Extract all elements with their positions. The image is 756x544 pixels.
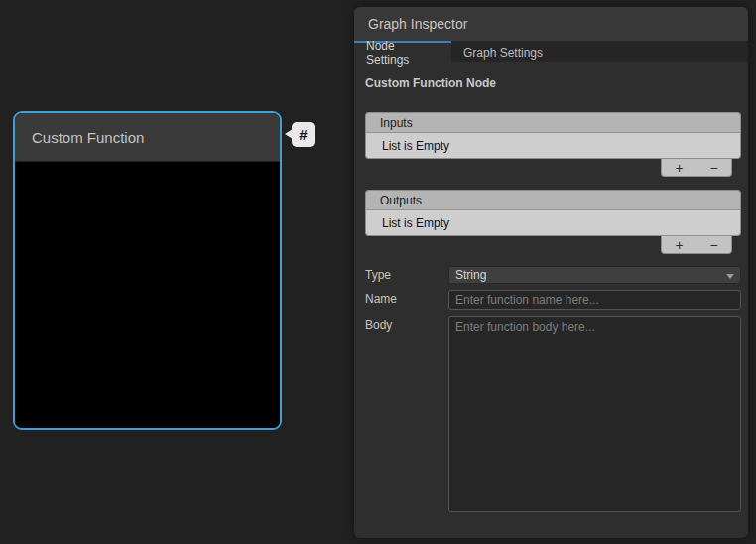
hash-badge-label: # bbox=[299, 126, 307, 143]
inputs-empty-row: List is Empty bbox=[366, 133, 740, 158]
graph-inspector-panel: Graph Inspector Node Settings Graph Sett… bbox=[354, 7, 748, 538]
outputs-list-box: Outputs List is Empty bbox=[365, 190, 741, 236]
inputs-empty-label: List is Empty bbox=[382, 139, 449, 153]
type-label: Type bbox=[365, 266, 448, 284]
custom-function-node[interactable]: Custom Function bbox=[13, 111, 282, 430]
outputs-list-footer: + − bbox=[661, 236, 732, 254]
inputs-remove-button[interactable]: − bbox=[696, 159, 731, 176]
outputs-list: Outputs List is Empty + − bbox=[365, 190, 741, 254]
inputs-list-footer: + − bbox=[661, 159, 732, 177]
inputs-add-button[interactable]: + bbox=[662, 159, 696, 176]
section-title: Custom Function Node bbox=[365, 76, 741, 90]
outputs-empty-label: List is Empty bbox=[382, 216, 449, 230]
tab-graph-settings-label: Graph Settings bbox=[463, 46, 543, 60]
body-label: Body bbox=[365, 316, 448, 512]
graph-canvas[interactable]: Custom Function # Graph Inspector Node S… bbox=[0, 0, 756, 544]
node-title-bar[interactable]: Custom Function bbox=[15, 113, 280, 162]
property-fields: Type String Name Body bbox=[365, 266, 741, 512]
outputs-empty-row: List is Empty bbox=[366, 210, 740, 235]
inspector-content: Custom Function Node Inputs List is Empt… bbox=[354, 62, 748, 512]
tab-node-settings-label: Node Settings bbox=[366, 39, 440, 67]
function-body-input[interactable] bbox=[448, 316, 741, 512]
inspector-title-bar[interactable]: Graph Inspector bbox=[354, 7, 748, 41]
inputs-header-label: Inputs bbox=[380, 116, 413, 130]
inputs-list: Inputs List is Empty + − bbox=[365, 112, 741, 177]
body-field-row: Body bbox=[365, 316, 741, 512]
tab-graph-settings[interactable]: Graph Settings bbox=[451, 41, 555, 62]
outputs-header-label: Outputs bbox=[380, 194, 422, 207]
type-dropdown-value: String bbox=[455, 268, 486, 282]
type-field-row: Type String bbox=[365, 266, 741, 284]
tab-node-settings[interactable]: Node Settings bbox=[354, 41, 451, 62]
node-title: Custom Function bbox=[32, 129, 144, 146]
inputs-list-box: Inputs List is Empty bbox=[365, 112, 741, 159]
outputs-list-header[interactable]: Outputs bbox=[366, 191, 740, 210]
outputs-remove-button[interactable]: − bbox=[696, 236, 731, 253]
inputs-list-header[interactable]: Inputs bbox=[366, 113, 740, 133]
inspector-title: Graph Inspector bbox=[368, 16, 467, 32]
inspector-tab-strip: Node Settings Graph Settings bbox=[354, 41, 748, 62]
type-dropdown[interactable]: String bbox=[448, 266, 741, 284]
name-field-row: Name bbox=[365, 290, 741, 310]
outputs-add-button[interactable]: + bbox=[662, 236, 696, 253]
function-name-input[interactable] bbox=[448, 290, 741, 310]
hash-badge-icon[interactable]: # bbox=[292, 122, 315, 147]
node-body bbox=[15, 162, 280, 430]
name-label: Name bbox=[365, 290, 448, 310]
chevron-down-icon bbox=[726, 274, 734, 279]
